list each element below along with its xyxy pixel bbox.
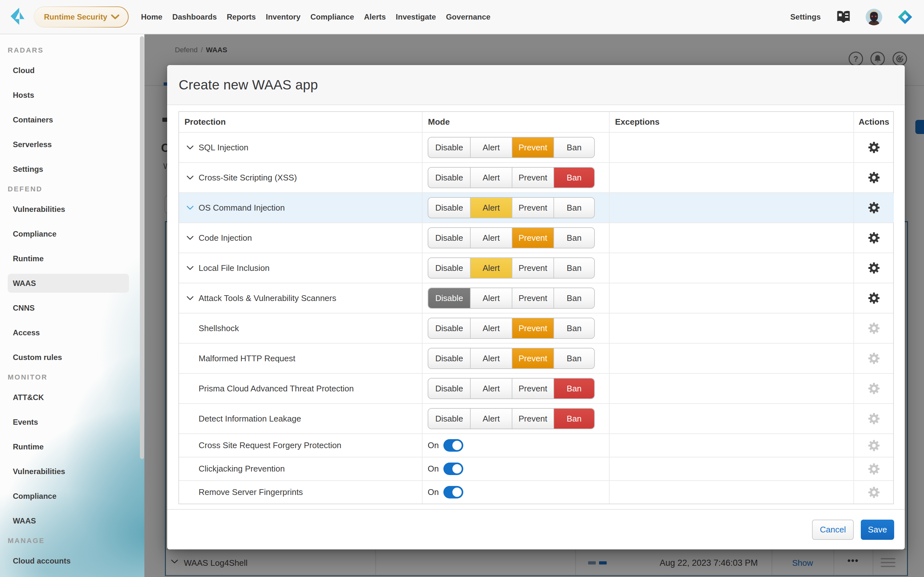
nav-item-compliance[interactable]: Compliance	[310, 13, 354, 21]
mode-option-ban[interactable]: Ban	[553, 348, 594, 368]
mode-option-prevent[interactable]: Prevent	[512, 318, 553, 338]
mode-option-prevent[interactable]: Prevent	[512, 258, 553, 278]
save-button[interactable]: Save	[861, 520, 894, 540]
mode-option-disable[interactable]: Disable	[428, 228, 470, 248]
mode-option-disable[interactable]: Disable	[428, 258, 470, 278]
chevron-down-icon[interactable]	[186, 235, 194, 240]
mode-option-alert[interactable]: Alert	[470, 318, 512, 338]
mode-option-alert[interactable]: Alert	[470, 348, 512, 368]
mode-option-disable[interactable]: Disable	[428, 288, 470, 308]
mode-option-ban[interactable]: Ban	[553, 228, 594, 248]
mode-option-disable[interactable]: Disable	[428, 318, 470, 338]
mode-option-alert[interactable]: Alert	[470, 409, 512, 429]
sidebar-item-vulnerabilities[interactable]: Vulnerabilities	[0, 197, 144, 221]
mode-option-disable[interactable]: Disable	[428, 137, 470, 157]
mode-option-ban[interactable]: Ban	[553, 258, 594, 278]
toggle-switch[interactable]	[443, 463, 463, 475]
mode-option-alert[interactable]: Alert	[470, 228, 512, 248]
toggle-state-label: On	[428, 464, 439, 474]
sidebar-item-serverless[interactable]: Serverless	[0, 132, 144, 157]
mode-option-alert[interactable]: Alert	[470, 198, 512, 218]
protection-label: OS Command Injection	[199, 203, 285, 213]
nav-settings[interactable]: Settings	[790, 13, 821, 21]
chevron-down-icon[interactable]	[186, 205, 194, 210]
mode-option-disable[interactable]: Disable	[428, 198, 470, 218]
chevron-down-icon[interactable]	[186, 145, 194, 150]
row-settings-button[interactable]	[867, 261, 880, 274]
mode-option-disable[interactable]: Disable	[428, 168, 470, 187]
nav-item-home[interactable]: Home	[141, 13, 162, 21]
mode-option-prevent[interactable]: Prevent	[512, 198, 553, 218]
row-settings-button[interactable]	[867, 141, 880, 154]
sidebar-item-cnns[interactable]: CNNS	[0, 295, 144, 320]
protection-row-detect-information-leakage: Detect Information LeakageDisableAlertPr…	[179, 403, 893, 434]
chevron-down-icon[interactable]	[186, 296, 194, 301]
sidebar-item-containers[interactable]: Containers	[0, 107, 144, 132]
mode-option-ban[interactable]: Ban	[553, 168, 594, 187]
sidebar-item-waas[interactable]: WAAS	[0, 508, 144, 533]
chevron-down-icon[interactable]	[186, 175, 194, 180]
mode-option-prevent[interactable]: Prevent	[512, 168, 553, 187]
mode-option-disable[interactable]: Disable	[428, 409, 470, 429]
nav-item-reports[interactable]: Reports	[227, 13, 256, 21]
mode-option-alert[interactable]: Alert	[470, 168, 512, 187]
mode-option-alert[interactable]: Alert	[470, 379, 512, 398]
mode-option-prevent[interactable]: Prevent	[512, 348, 553, 368]
sidebar-item-events[interactable]: Events	[0, 410, 144, 434]
sidebar-item-compliance[interactable]: Compliance	[0, 484, 144, 508]
mode-option-prevent[interactable]: Prevent	[512, 137, 553, 157]
mode-option-ban[interactable]: Ban	[553, 409, 594, 429]
sidebar-item-runtime[interactable]: Runtime	[0, 434, 144, 459]
sidebar-item-compliance[interactable]: Compliance	[0, 221, 144, 246]
row-settings-button[interactable]	[867, 171, 880, 184]
mode-option-ban[interactable]: Ban	[553, 318, 594, 338]
user-avatar[interactable]	[866, 9, 882, 25]
row-settings-button[interactable]	[867, 292, 880, 305]
mode-option-disable[interactable]: Disable	[428, 379, 470, 398]
mode-option-ban[interactable]: Ban	[553, 198, 594, 218]
chevron-down-icon[interactable]	[186, 266, 194, 271]
prisma-cloud-logo-icon[interactable]	[898, 10, 913, 24]
actions-cell	[853, 284, 894, 313]
top-nav: Runtime Security HomeDashboardsReportsIn…	[0, 0, 924, 34]
mode-option-prevent[interactable]: Prevent	[512, 228, 553, 248]
mode-option-prevent[interactable]: Prevent	[512, 379, 553, 398]
cancel-button[interactable]: Cancel	[812, 520, 854, 540]
mode-option-alert[interactable]: Alert	[470, 137, 512, 157]
mode-option-prevent[interactable]: Prevent	[512, 288, 553, 308]
sidebar-item-runtime[interactable]: Runtime	[0, 246, 144, 271]
nav-item-investigate[interactable]: Investigate	[396, 13, 436, 21]
mode-option-disable[interactable]: Disable	[428, 348, 470, 368]
nav-item-governance[interactable]: Governance	[446, 13, 491, 21]
sidebar-item-hosts[interactable]: Hosts	[0, 83, 144, 107]
nav-item-alerts[interactable]: Alerts	[364, 13, 386, 21]
row-settings-button[interactable]	[867, 201, 880, 214]
protection-cell: Detect Information Leakage	[179, 404, 422, 434]
toggle-switch[interactable]	[443, 486, 463, 498]
row-settings-button[interactable]	[867, 231, 880, 244]
mode-option-ban[interactable]: Ban	[553, 379, 594, 398]
mode-option-ban[interactable]: Ban	[553, 137, 594, 157]
protection-row-malformed-http-request: Malformed HTTP RequestDisableAlertPreven…	[179, 343, 893, 373]
brand-logo-icon[interactable]	[11, 7, 25, 27]
mode-option-ban[interactable]: Ban	[553, 288, 594, 308]
toggle-switch[interactable]	[443, 439, 463, 452]
mode-cell: On	[422, 481, 609, 504]
product-switcher[interactable]: Runtime Security	[34, 6, 129, 27]
sidebar-item-waas[interactable]: WAAS	[0, 271, 144, 295]
protection-row-os-command-injection: OS Command InjectionDisableAlertPreventB…	[179, 192, 893, 222]
mode-option-prevent[interactable]: Prevent	[512, 409, 553, 429]
sidebar-item-att-ck[interactable]: ATT&CK	[0, 385, 144, 410]
nav-item-dashboards[interactable]: Dashboards	[172, 13, 217, 21]
sidebar-item-cloud[interactable]: Cloud	[0, 58, 144, 83]
mode-option-alert[interactable]: Alert	[470, 288, 512, 308]
sidebar-item-custom-rules[interactable]: Custom rules	[0, 345, 144, 370]
sidebar-item-settings[interactable]: Settings	[0, 157, 144, 181]
nav-item-inventory[interactable]: Inventory	[266, 13, 300, 21]
row-settings-button	[867, 382, 880, 395]
docs-book-icon[interactable]	[836, 10, 851, 24]
sidebar-item-vulnerabilities[interactable]: Vulnerabilities	[0, 459, 144, 484]
mode-option-alert[interactable]: Alert	[470, 258, 512, 278]
sidebar-item-cloud-accounts[interactable]: Cloud accounts	[0, 548, 144, 573]
sidebar-item-access[interactable]: Access	[0, 320, 144, 345]
